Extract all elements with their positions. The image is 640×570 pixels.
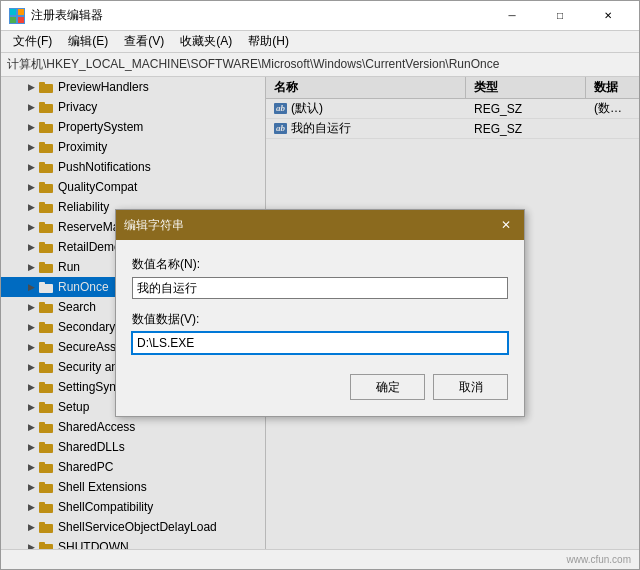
address-label: 计算机\HKEY_LOCAL_MACHINE\SOFTWARE\Microsof… <box>7 56 499 73</box>
menu-item[interactable]: 编辑(E) <box>60 31 116 52</box>
svg-rect-3 <box>18 17 24 23</box>
main-window: 注册表编辑器 ─ □ ✕ 文件(F)编辑(E)查看(V)收藏夹(A)帮助(H) … <box>0 0 640 570</box>
minimize-button[interactable]: ─ <box>489 1 535 31</box>
dialog-buttons: 确定 取消 <box>132 370 508 400</box>
watermark: www.cfun.com <box>567 554 631 565</box>
maximize-button[interactable]: □ <box>537 1 583 31</box>
close-button[interactable]: ✕ <box>585 1 631 31</box>
address-bar: 计算机\HKEY_LOCAL_MACHINE\SOFTWARE\Microsof… <box>1 53 639 77</box>
dialog-close-button[interactable]: ✕ <box>496 215 516 235</box>
dialog-title: 编辑字符串 <box>124 217 496 234</box>
dialog-title-bar: 编辑字符串 ✕ <box>116 210 524 240</box>
name-label: 数值名称(N): <box>132 256 508 273</box>
window-controls: ─ □ ✕ <box>489 1 631 31</box>
menu-item[interactable]: 查看(V) <box>116 31 172 52</box>
menu-item[interactable]: 收藏夹(A) <box>172 31 240 52</box>
name-input[interactable] <box>132 277 508 299</box>
status-bar: www.cfun.com <box>1 549 639 569</box>
dialog-body: 数值名称(N): 数值数据(V): 确定 取消 <box>116 240 524 416</box>
ok-button[interactable]: 确定 <box>350 374 425 400</box>
dialog-overlay: 编辑字符串 ✕ 数值名称(N): 数值数据(V): 确定 取消 <box>1 77 639 549</box>
app-icon <box>9 8 25 24</box>
edit-string-dialog: 编辑字符串 ✕ 数值名称(N): 数值数据(V): 确定 取消 <box>115 209 525 417</box>
window-title: 注册表编辑器 <box>31 7 489 24</box>
data-input[interactable] <box>132 332 508 354</box>
data-label: 数值数据(V): <box>132 311 508 328</box>
svg-rect-1 <box>18 9 24 15</box>
menu-bar: 文件(F)编辑(E)查看(V)收藏夹(A)帮助(H) <box>1 31 639 53</box>
main-area: ▶ PreviewHandlers▶ Privacy▶ PropertySyst… <box>1 77 639 549</box>
svg-rect-2 <box>10 17 16 23</box>
menu-item[interactable]: 帮助(H) <box>240 31 297 52</box>
data-field: 数值数据(V): <box>132 311 508 354</box>
title-bar: 注册表编辑器 ─ □ ✕ <box>1 1 639 31</box>
cancel-button[interactable]: 取消 <box>433 374 508 400</box>
svg-rect-0 <box>10 9 16 15</box>
name-field: 数值名称(N): <box>132 256 508 299</box>
menu-item[interactable]: 文件(F) <box>5 31 60 52</box>
